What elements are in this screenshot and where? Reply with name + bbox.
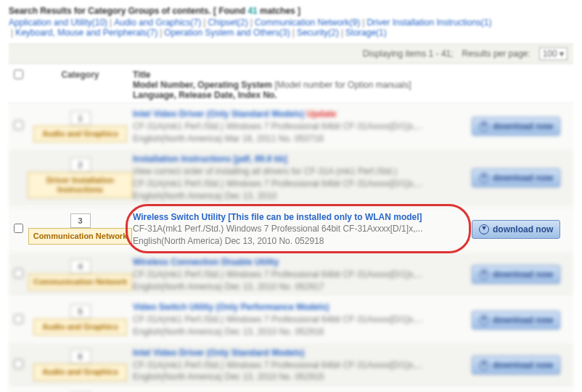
download-icon [479, 315, 489, 325]
table-row: 6 Audio and GraphicsIntel Video Driver (… [9, 343, 573, 388]
category-filter-links: Application and Utility(10)|Audio and Gr… [9, 17, 573, 38]
row-index: 1 [70, 111, 91, 126]
rpp-label: Results per page: [462, 49, 530, 59]
row-content: Installation Instructions [pdf, 89.8 kb]… [133, 153, 472, 202]
row-index: 6 [70, 349, 91, 364]
filter-link[interactable]: Storage(1) [345, 28, 387, 38]
table-row: 7 Communication Network2nd LAN Driver an… [9, 388, 573, 392]
category-badge[interactable]: Audio and Graphics [33, 319, 127, 335]
table-row: 3 Communication NetworkWireless Switch U… [9, 207, 573, 252]
download-icon [479, 269, 489, 279]
row-index: 5 [70, 304, 91, 319]
row-content: Wireless Connection Disable UtilityCF-31… [133, 256, 472, 293]
download-icon [479, 173, 489, 183]
page: Search Results for Category Groups of co… [0, 0, 582, 392]
item-title-link[interactable]: Wireless Connection Disable Utility [133, 257, 279, 267]
filter-link[interactable]: Communication Network(9) [255, 17, 360, 28]
download-button[interactable]: download now [472, 356, 560, 375]
filter-link[interactable]: Security(2) [297, 28, 339, 38]
category-badge[interactable]: Audio and Graphics [33, 126, 127, 142]
download-icon [479, 360, 489, 370]
chevron-down-icon: ▾ [560, 49, 564, 59]
update-flag: Update [307, 109, 337, 119]
displaying-label: Displaying items 1 - 41; [363, 49, 454, 59]
results-header: Search Results for Category Groups of co… [9, 6, 573, 16]
row-index: 2 [70, 158, 91, 172]
row-checkbox[interactable] [14, 269, 23, 278]
row-checkbox[interactable] [14, 224, 23, 233]
rpp-select[interactable]: 100 ▾ [539, 47, 567, 60]
row-content: Wireless Switch Utility [This file can b… [133, 211, 472, 248]
table-header: Category Title Model Number, Operating S… [9, 67, 573, 104]
row-content: Video Switch Utility (Only Performance M… [133, 301, 472, 338]
item-title-link[interactable]: Installation Instructions [pdf, 89.8 kb] [133, 154, 287, 164]
row-checkbox[interactable] [14, 359, 23, 369]
download-button[interactable]: download now [472, 265, 560, 284]
category-badge[interactable]: Driver Installation Instructions [28, 172, 133, 198]
row-content: Intel Video Driver (Only Standard Models… [133, 108, 472, 144]
table-row: 2 Driver Installation InstructionsInstal… [9, 149, 573, 206]
results-table: 1 Audio and GraphicsIntel Video Driver (… [9, 104, 573, 392]
header-title: Title Model Number, Operating System [Mo… [133, 70, 472, 100]
category-badge[interactable]: Communication Network [28, 228, 133, 245]
filter-link[interactable]: Application and Utility(10) [9, 17, 107, 28]
row-index: 4 [70, 259, 91, 274]
download-icon [479, 224, 489, 234]
category-badge[interactable]: Communication Network [28, 274, 133, 290]
select-all-checkbox[interactable] [14, 70, 23, 79]
category-badge[interactable]: Audio and Graphics [33, 364, 127, 380]
download-icon [479, 121, 489, 131]
download-button[interactable]: download now [472, 117, 560, 136]
download-button[interactable]: download now [472, 311, 560, 330]
filter-link[interactable]: Driver Installation Instructions(1) [366, 17, 491, 28]
filter-link[interactable]: Chipset(2) [208, 17, 247, 28]
table-row: 5 Audio and GraphicsVideo Switch Utility… [9, 297, 573, 342]
row-content: Intel Video Driver (Only Standard Models… [133, 347, 472, 383]
download-button[interactable]: download now [472, 220, 560, 239]
row-index: 3 [70, 213, 91, 228]
pager-bar: Displaying items 1 - 41; Results per pag… [9, 44, 573, 64]
filter-link[interactable]: Audio and Graphics(7) [114, 17, 201, 28]
item-title-link[interactable]: Intel Video Driver (Only Standard Models… [133, 109, 305, 119]
header-category: Category [28, 70, 133, 80]
row-checkbox[interactable] [14, 121, 23, 130]
item-title-link[interactable]: Intel Video Driver (Only Standard Models… [133, 348, 305, 358]
filter-link[interactable]: Keyboard, Mouse and Peripherals(7) [15, 28, 157, 38]
table-row: 4 Communication NetworkWireless Connecti… [9, 252, 573, 297]
row-checkbox[interactable] [14, 314, 23, 324]
item-title-link[interactable]: Wireless Switch Utility [This file can b… [133, 212, 422, 222]
table-row: 1 Audio and GraphicsIntel Video Driver (… [9, 104, 573, 149]
filter-link[interactable]: Operation System and Others(3) [164, 28, 290, 38]
download-button[interactable]: download now [472, 168, 560, 187]
item-title-link[interactable]: Video Switch Utility (Only Performance M… [133, 302, 329, 312]
